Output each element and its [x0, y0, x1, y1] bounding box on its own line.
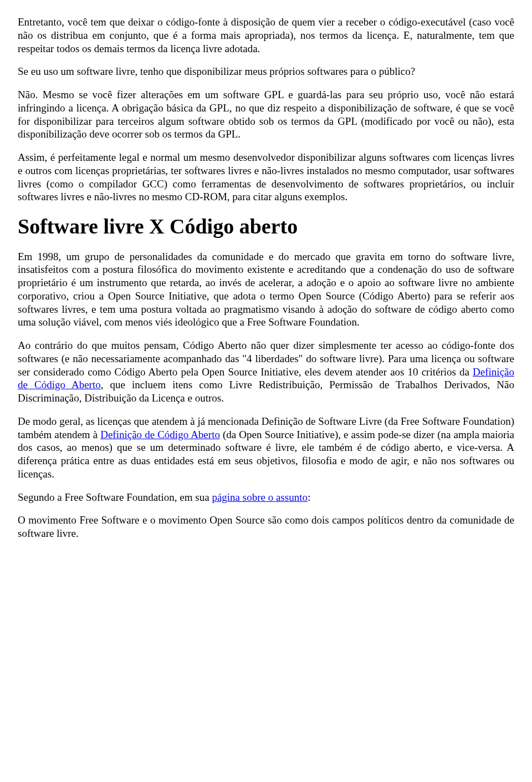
paragraph: De modo geral, as licenças que atendem à… [18, 415, 514, 481]
section-heading: Software livre X Código aberto [18, 214, 514, 240]
paragraph: Assim, é perfeitamente legal e normal um… [18, 151, 514, 204]
text-span: : [308, 491, 310, 503]
paragraph: Não. Mesmo se você fizer alterações em u… [18, 88, 514, 141]
paragraph: Entretanto, você tem que deixar o código… [18, 16, 514, 55]
paragraph: Ao contrário do que muitos pensam, Códig… [18, 339, 514, 405]
text-span: Ao contrário do que muitos pensam, Códig… [18, 339, 514, 378]
paragraph: Em 1998, um grupo de personalidades da c… [18, 250, 514, 329]
paragraph: O movimento Free Software e o movimento … [18, 514, 514, 540]
link-definicao-codigo-aberto-2[interactable]: Definição de Código Aberto [100, 429, 220, 440]
link-pagina-assunto[interactable]: página sobre o assunto [212, 491, 308, 503]
text-span: Segundo a Free Software Foundation, em s… [18, 491, 212, 503]
paragraph: Segundo a Free Software Foundation, em s… [18, 491, 514, 504]
paragraph: Se eu uso um software livre, tenho que d… [18, 65, 514, 78]
